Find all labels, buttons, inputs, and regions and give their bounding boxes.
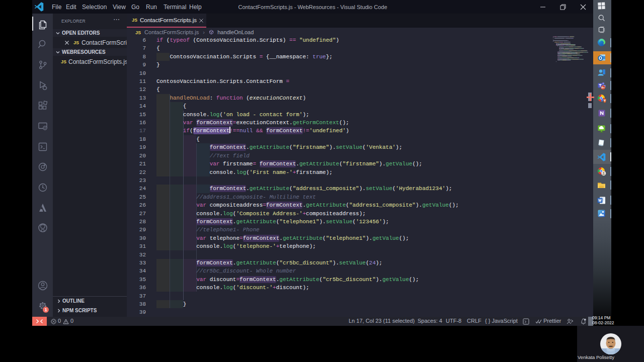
- svg-text:9+: 9+: [601, 86, 604, 89]
